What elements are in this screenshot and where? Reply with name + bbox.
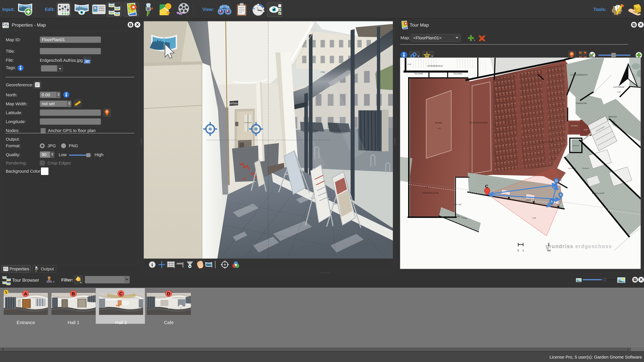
svg-text:ORCHESTERGRABEN: ORCHESTERGRABEN	[470, 122, 488, 124]
svg-text:0: 0	[518, 249, 519, 252]
svg-text:BEH. WC: BEH. WC	[454, 204, 462, 206]
svg-text:VIP PROF: VIP PROF	[571, 125, 578, 127]
svg-text:STIEGENHAUS: STIEGENHAUS	[427, 65, 443, 67]
svg-text:LUFTRAUM: LUFTRAUM	[613, 86, 624, 88]
svg-text:±0.00: ±0.00	[610, 120, 615, 122]
svg-text:-3.20: -3.20	[617, 91, 621, 93]
svg-text:5M: 5M	[547, 249, 550, 252]
svg-text:-0.04: -0.04	[407, 63, 411, 65]
svg-text:SCHACHT: SCHACHT	[582, 168, 589, 169]
svg-text:KASSA/ SHOP: KASSA/ SHOP	[592, 192, 604, 194]
svg-text:grundriss erdgeschoss: grundriss erdgeschoss	[546, 243, 612, 249]
svg-text:VORRAUM: VORRAUM	[576, 102, 587, 104]
svg-text:-1.60: -1.60	[532, 217, 536, 219]
svg-text:-1.80: -1.80	[424, 187, 428, 189]
svg-text:B: B	[560, 194, 562, 196]
svg-text:SZENENFLÄCHE: SZENENFLÄCHE	[422, 192, 438, 194]
svg-text:-1.26: -1.26	[558, 179, 562, 181]
svg-text:FOYER: FOYER	[526, 200, 530, 201]
svg-text:BRÜCKE: BRÜCKE	[608, 115, 617, 118]
svg-text:TECHNIK: TECHNIK	[453, 72, 462, 75]
svg-text:1: 1	[522, 249, 524, 252]
svg-text:LOUNGEBEREICH: LOUNGEBEREICH	[570, 74, 588, 76]
svg-text:nerhaus: nerhaus	[228, 101, 240, 105]
svg-text:-1.80: -1.80	[437, 127, 441, 129]
svg-text:PARKETT: PARKETT	[506, 121, 514, 123]
svg-text:SCHLEUSE: SCHLEUSE	[568, 168, 576, 169]
svg-text:AUFZUG: AUFZUG	[572, 145, 579, 146]
svg-text:BÜHNE: BÜHNE	[435, 121, 442, 124]
svg-text:ROLLSTUHLPLÄTZE: ROLLSTUHLPLÄTZE	[538, 141, 554, 143]
svg-text:C: C	[485, 184, 488, 189]
svg-text:D: D	[555, 179, 557, 182]
svg-text:TECHNIK: TECHNIK	[414, 72, 423, 75]
svg-text:A: A	[551, 200, 552, 203]
svg-text:±0.00: ±0.00	[584, 129, 588, 131]
